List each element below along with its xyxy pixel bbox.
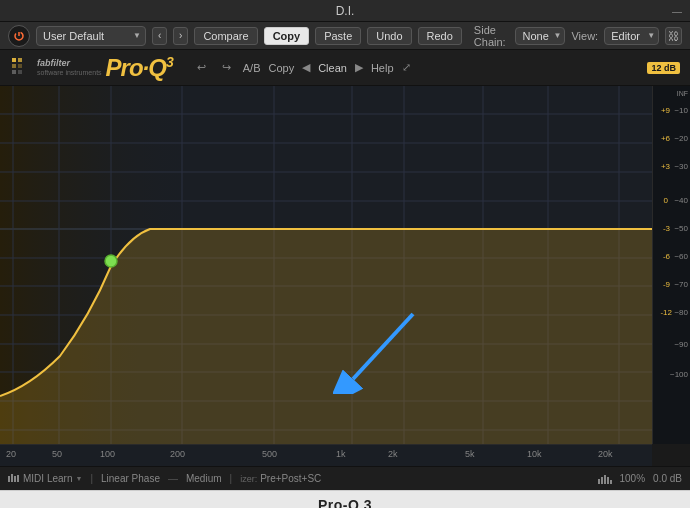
help-button[interactable]: Help	[371, 62, 394, 74]
gain-display[interactable]: 0.0 dB	[653, 473, 682, 484]
zoom-control[interactable]: 100%	[620, 473, 646, 484]
db-badge: 12 dB	[647, 62, 680, 74]
svg-rect-43	[610, 480, 612, 484]
side-chain-area: Side Chain: None ▼	[474, 24, 566, 48]
x-label-10k: 10k	[527, 449, 542, 459]
redo-icon-btn[interactable]: ↪	[218, 59, 235, 76]
plugin-header: fabfilter software instruments Pro·Q3 ↩ …	[0, 50, 690, 86]
svg-rect-39	[598, 479, 600, 484]
status-bar: MIDI Learn ▼ | Linear Phase — Medium | i…	[0, 466, 690, 490]
ab-button[interactable]: A/B	[243, 62, 261, 74]
x-label-2k: 2k	[388, 449, 398, 459]
link-icon: ⛓	[668, 30, 679, 42]
link-button[interactable]: ⛓	[665, 27, 682, 45]
status-right: 100% 0.0 dB	[598, 473, 683, 484]
svg-rect-7	[18, 70, 22, 74]
view-dropdown[interactable]: Editor ▼	[604, 27, 659, 45]
compare-button[interactable]: Compare	[194, 27, 257, 45]
meter-icon	[598, 474, 612, 484]
fab-grid-icon	[10, 56, 34, 80]
output-meter-icon	[598, 474, 612, 484]
x-label-100: 100	[100, 449, 115, 459]
x-label-200: 200	[170, 449, 185, 459]
redo-button[interactable]: Redo	[418, 27, 462, 45]
proq-bottom-bar: Pro-Q 3	[0, 490, 690, 508]
x-label-20k: 20k	[598, 449, 613, 459]
svg-rect-2	[12, 58, 16, 62]
close-button[interactable]: —	[672, 6, 682, 16]
x-label-1k: 1k	[336, 449, 346, 459]
svg-rect-36	[11, 474, 13, 482]
play-left-icon[interactable]: ◀	[302, 61, 310, 74]
toolbar: User Default ▼ ‹ › Compare Copy Paste Un…	[0, 22, 690, 50]
midi-dropdown-arrow: ▼	[75, 475, 82, 482]
svg-rect-40	[601, 477, 603, 484]
view-arrow: ▼	[647, 31, 655, 40]
nav-back-button[interactable]: ‹	[152, 27, 167, 45]
proq-logo: Pro·Q3	[106, 54, 173, 82]
svg-rect-6	[12, 70, 16, 74]
medium-button[interactable]: Medium	[186, 473, 222, 484]
eq-display[interactable]	[0, 86, 652, 444]
x-label-50: 50	[52, 449, 62, 459]
expand-button[interactable]: ⤢	[402, 61, 411, 74]
copy-small-button[interactable]: Copy	[268, 62, 294, 74]
x-axis: 20 50 100 200 500 1k 2k 5k 10k 20k	[0, 444, 652, 466]
x-label-20: 20	[6, 449, 16, 459]
clean-label: Clean	[318, 62, 347, 74]
fab-logo: fabfilter software instruments	[10, 56, 102, 80]
proq-bottom-text: Pro-Q 3	[318, 497, 372, 509]
play-right-icon[interactable]: ▶	[355, 61, 363, 74]
nav-forward-button[interactable]: ›	[173, 27, 188, 45]
undo-icon-btn[interactable]: ↩	[193, 59, 210, 76]
title-bar: D.I. —	[0, 0, 690, 22]
eq-main-area: +9 −10 +6 −20 +3 −30 0 −40 -3 −50 -6 −60…	[0, 86, 690, 444]
midi-learn-button[interactable]: MIDI Learn ▼	[8, 473, 82, 484]
window-title: D.I.	[336, 4, 355, 18]
paste-button[interactable]: Paste	[315, 27, 361, 45]
power-button[interactable]	[8, 25, 30, 47]
svg-rect-4	[12, 64, 16, 68]
undo-button[interactable]: Undo	[367, 27, 411, 45]
midi-icon	[8, 474, 20, 484]
svg-rect-37	[14, 476, 16, 482]
x-label-500: 500	[262, 449, 277, 459]
side-chain-arrow: ▼	[554, 31, 562, 40]
svg-rect-5	[18, 64, 22, 68]
view-label: View:	[571, 30, 598, 42]
svg-rect-42	[607, 477, 609, 484]
svg-point-32	[105, 255, 117, 267]
y-axis-panel: +9 −10 +6 −20 +3 −30 0 −40 -3 −50 -6 −60…	[652, 86, 690, 444]
svg-rect-35	[8, 476, 10, 482]
svg-rect-38	[17, 475, 19, 482]
fab-brand-text: fabfilter software instruments	[37, 59, 102, 77]
linear-phase-button[interactable]: Linear Phase	[101, 473, 160, 484]
preset-dropdown[interactable]: User Default ▼	[36, 26, 146, 46]
preset-dropdown-arrow: ▼	[133, 31, 141, 40]
svg-rect-41	[604, 475, 606, 484]
side-chain-label: Side Chain:	[474, 24, 512, 48]
svg-rect-3	[18, 58, 22, 62]
x-label-5k: 5k	[465, 449, 475, 459]
plugin-header-controls: ↩ ↪ A/B Copy ◀ Clean ▶ Help ⤢	[193, 59, 411, 76]
analyzer-button[interactable]: izer: Pre+Post+SC	[240, 473, 321, 484]
copy-button[interactable]: Copy	[264, 27, 310, 45]
side-chain-dropdown[interactable]: None ▼	[515, 27, 565, 45]
